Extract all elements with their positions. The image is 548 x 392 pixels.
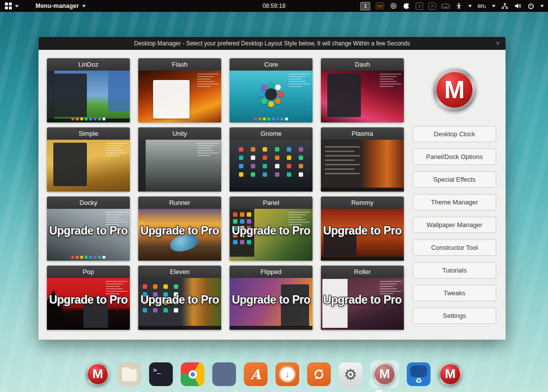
settings-tool[interactable]: ⚙ — [339, 362, 362, 386]
layout-tile-runner[interactable]: RunnerUpgrade to Pro — [138, 196, 221, 261]
tile-thumbnail — [138, 71, 221, 122]
layout-tile-docky[interactable]: DockyUpgrade to Pro — [47, 196, 130, 261]
file-manager[interactable] — [117, 362, 141, 386]
chevron-down-icon — [82, 5, 86, 7]
sidebar-button-special-effects[interactable]: Special Effects — [413, 171, 496, 188]
layout-tile-eleven[interactable]: ElevenUpgrade to Pro — [138, 266, 221, 330]
sidebar-button-panel-dock-options[interactable]: Panel/Dock Options — [413, 149, 496, 165]
dialog-titlebar[interactable]: Desktop Manager - Select your prefered D… — [39, 37, 506, 50]
pro-overlay: Upgrade to Pro — [230, 293, 313, 307]
volume-icon[interactable] — [514, 0, 522, 12]
network-icon[interactable] — [501, 0, 509, 12]
layout-tile-roller[interactable]: RollerUpgrade to Pro — [321, 266, 404, 330]
tile-title: LinDoz — [47, 58, 130, 71]
power-icon[interactable] — [527, 0, 535, 12]
layout-tile-plasma[interactable]: Plasma — [321, 127, 404, 192]
sidebar-button-constructor-tool[interactable]: Constructor Tool — [413, 239, 496, 256]
pro-overlay: Upgrade to Pro — [138, 293, 221, 307]
layout-tile-unity[interactable]: Unity — [138, 127, 221, 192]
screenshot-icon[interactable] — [390, 0, 397, 12]
makulu-welcome[interactable]: M — [438, 362, 462, 386]
layout-tile-panel[interactable]: PanelUpgrade to Pro — [230, 196, 313, 261]
gear-icon: ⚙ — [344, 366, 357, 383]
desktop-manager[interactable]: M — [370, 360, 399, 388]
terminal[interactable]: >_ — [149, 362, 173, 386]
desktop: Menu-manager 08:59:18 1CC1Aen1 Desktop M… — [0, 0, 548, 392]
clock[interactable]: 08:59:18 — [263, 2, 286, 9]
numlock-indicator: 1 — [416, 0, 423, 12]
thumb-ring — [257, 80, 285, 108]
layout-tile-lindoz[interactable]: LinDoz — [47, 58, 130, 122]
dialog-sidebar: M Desktop ClockPanel/Dock OptionsSpecial… — [413, 68, 496, 324]
plugin-icon[interactable] — [403, 0, 410, 12]
menu-manager-label: Menu-manager — [36, 2, 79, 9]
sidebar-button-theme-manager[interactable]: Theme Manager — [413, 194, 496, 210]
thumb-menulightcenter — [153, 80, 190, 118]
accessibility-caret[interactable] — [468, 0, 472, 12]
thumb-taskbar — [230, 326, 313, 330]
sidebar-button-desktop-clock[interactable]: Desktop Clock — [413, 126, 496, 142]
app-store[interactable]: A — [244, 362, 268, 386]
makulu-logo-icon: M — [373, 362, 396, 386]
sidebar-button-tweaks[interactable]: Tweaks — [413, 285, 496, 301]
update-installer[interactable]: ↓ — [275, 362, 299, 386]
sidebar-button-tutorials[interactable]: Tutorials — [413, 262, 496, 278]
sidebar-button-settings[interactable]: Settings — [413, 308, 496, 324]
chrome-browser[interactable] — [181, 362, 204, 386]
thumb-conky — [197, 143, 219, 156]
layout-tile-core[interactable]: Core — [230, 58, 313, 122]
tile-thumbnail: Upgrade to Pro — [138, 209, 221, 261]
pro-overlay: Upgrade to Pro — [47, 293, 130, 307]
layout-tile-simple[interactable]: Simple — [47, 127, 130, 192]
thumb-conky — [106, 281, 127, 294]
sync-tool[interactable] — [307, 362, 331, 386]
thumb-conky — [380, 74, 401, 87]
tile-title: Flash — [138, 58, 221, 71]
thumb-conky — [106, 212, 127, 225]
pro-overlay: Upgrade to Pro — [321, 224, 404, 237]
workspace-indicator[interactable]: 1 — [360, 0, 370, 12]
tile-thumbnail: Upgrade to Pro — [138, 278, 221, 330]
session-caret[interactable] — [540, 0, 544, 12]
layout-tile-remmy[interactable]: RemmyUpgrade to Pro — [321, 196, 404, 261]
dock: M>_A↓⚙M♻M — [0, 360, 548, 388]
thumb-menudarkleft — [327, 74, 360, 117]
close-icon[interactable]: × — [496, 39, 500, 47]
keyboard-indicator — [441, 0, 450, 12]
layout-tile-gnome[interactable]: Gnome — [230, 127, 313, 192]
menu-manager-button[interactable]: Menu-manager — [36, 2, 86, 9]
thumb-taskbar — [138, 326, 221, 330]
makulu-logo-icon: M — [86, 362, 110, 386]
recycle-icon: ♻ — [407, 376, 431, 385]
software-center[interactable] — [212, 362, 236, 386]
tile-title: Dash — [321, 58, 404, 71]
trash[interactable]: ♻ — [407, 362, 431, 386]
makulu-logo-icon: M — [438, 362, 462, 386]
layout-tile-flash[interactable]: Flash — [138, 58, 221, 122]
sidebar-button-wallpaper-manager[interactable]: Wallpaper Manager — [413, 217, 496, 233]
sync-arrows-icon — [312, 367, 326, 382]
layout-tile-dash[interactable]: Dash — [321, 58, 404, 122]
apps-menu-button[interactable] — [5, 2, 19, 9]
makulu-menu[interactable]: M — [86, 362, 110, 386]
dialog-title: Desktop Manager - Select your prefered D… — [134, 40, 410, 47]
accessibility-icon[interactable] — [455, 0, 463, 12]
thumb-conky — [197, 74, 219, 87]
thumb-menudarkleft — [53, 74, 86, 117]
tile-thumbnail: Upgrade to Pro — [47, 278, 130, 330]
tile-thumbnail: Upgrade to Pro — [321, 278, 404, 330]
layout-tile-pop[interactable]: PopUpgrade to Pro — [47, 266, 130, 330]
tile-thumbnail — [321, 140, 404, 192]
thumb-conky — [380, 281, 401, 294]
tile-title: Pop — [47, 266, 130, 278]
layout-tile-grid: LinDozFlashCoreDashSimpleUnityGnomePlasm… — [47, 58, 404, 330]
layout-indicator[interactable]: en1 — [477, 0, 486, 12]
pro-overlay: Upgrade to Pro — [47, 224, 130, 237]
layout-tile-flipped[interactable]: FlippedUpgrade to Pro — [230, 266, 313, 330]
color-profile-icon[interactable]: CC — [376, 0, 384, 12]
terminal-prompt-icon: >_ — [153, 366, 161, 374]
layout-caret[interactable] — [492, 0, 496, 12]
tile-title: Roller — [321, 266, 404, 278]
capslock-indicator: A — [429, 0, 436, 12]
makulu-logo: M — [433, 68, 476, 112]
